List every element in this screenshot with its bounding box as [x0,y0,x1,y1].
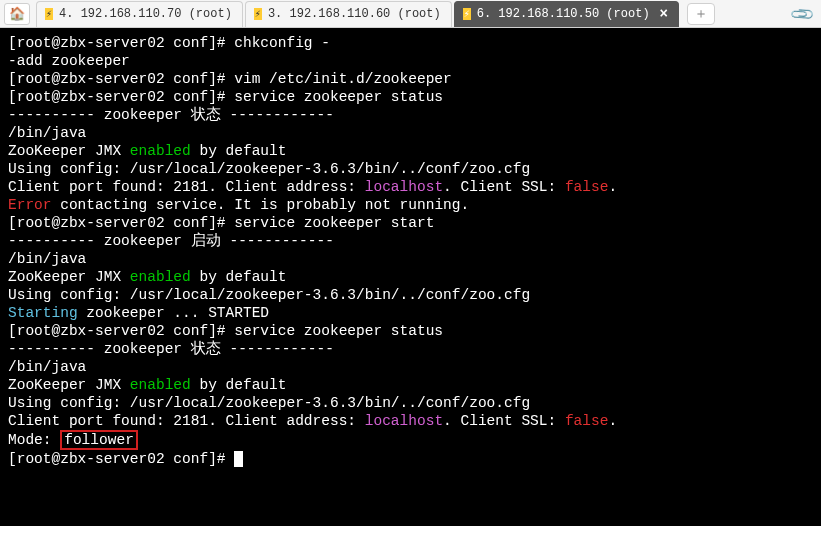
terminal-line: ZooKeeper JMX enabled by default [8,268,813,286]
terminal-line: [root@zbx-server02 conf]# service zookee… [8,214,813,232]
terminal-line: Client port found: 2181. Client address:… [8,178,813,196]
terminal-line: [root@zbx-server02 conf]# vim /etc/init.… [8,70,813,88]
terminal-text: localhost [365,413,443,429]
terminal-text: Mode: [8,432,60,448]
tab-session-2[interactable]: ⚡6. 192.168.110.50 (root)× [454,1,679,27]
plus-icon: ＋ [694,5,708,23]
terminal-text: Client port found: 2181. Client address: [8,413,365,429]
new-tab-button[interactable]: ＋ [687,3,715,25]
terminal-output[interactable]: [root@zbx-server02 conf]# chkconfig --ad… [0,28,821,526]
terminal-line: ---------- zookeeper 状态 ------------ [8,106,813,124]
lightning-icon: ⚡ [45,8,53,20]
terminal-text: -add zookeeper [8,53,130,69]
terminal-text: false [565,413,609,429]
terminal-line: Using config: /usr/local/zookeeper-3.6.3… [8,286,813,304]
home-button[interactable]: 🏠 [4,3,30,25]
terminal-text: by default [191,143,287,159]
tab-session-1[interactable]: ⚡3. 192.168.110.60 (root) [245,1,452,27]
terminal-text: [root@zbx-server02 conf]# service zookee… [8,323,443,339]
attach-icon[interactable]: 📎 [789,0,817,28]
terminal-text: ---------- zookeeper 状态 ------------ [8,107,334,123]
terminal-text: . Client SSL: [443,413,565,429]
terminal-text: Client port found: 2181. Client address: [8,179,365,195]
tab-label: 6. 192.168.110.50 (root) [477,7,650,21]
terminal-text: Using config: /usr/local/zookeeper-3.6.3… [8,287,530,303]
terminal-text: Starting [8,305,78,321]
terminal-line: Using config: /usr/local/zookeeper-3.6.3… [8,160,813,178]
terminal-line: /bin/java [8,358,813,376]
terminal-text: Error [8,197,52,213]
terminal-text: ZooKeeper JMX [8,143,130,159]
terminal-text: by default [191,377,287,393]
terminal-text: Using config: /usr/local/zookeeper-3.6.3… [8,395,530,411]
terminal-text: localhost [365,179,443,195]
terminal-text: /bin/java [8,359,86,375]
terminal-text: . Client SSL: [443,179,565,195]
terminal-text: Using config: /usr/local/zookeeper-3.6.3… [8,161,530,177]
terminal-line: ZooKeeper JMX enabled by default [8,142,813,160]
terminal-text: false [565,179,609,195]
terminal-line: /bin/java [8,124,813,142]
terminal-text: [root@zbx-server02 conf]# [8,451,234,467]
home-icon: 🏠 [9,6,25,22]
terminal-text: follower [60,430,138,450]
terminal-line: ---------- zookeeper 启动 ------------ [8,232,813,250]
terminal-line: -add zookeeper [8,52,813,70]
terminal-text: by default [191,269,287,285]
terminal-line: Client port found: 2181. Client address:… [8,412,813,430]
lightning-icon: ⚡ [463,8,471,20]
terminal-text: /bin/java [8,125,86,141]
terminal-line: ---------- zookeeper 状态 ------------ [8,340,813,358]
tab-label: 3. 192.168.110.60 (root) [268,7,441,21]
tab-bar: 🏠 ⚡4. 192.168.110.70 (root)⚡3. 192.168.1… [0,0,821,28]
terminal-line: /bin/java [8,250,813,268]
terminal-cursor [234,451,243,467]
terminal-line: [root@zbx-server02 conf]# [8,450,813,468]
terminal-text: ZooKeeper JMX [8,377,130,393]
terminal-text: zookeeper ... STARTED [78,305,269,321]
terminal-line: Using config: /usr/local/zookeeper-3.6.3… [8,394,813,412]
terminal-text: ---------- zookeeper 状态 ------------ [8,341,334,357]
terminal-text: . [608,413,617,429]
terminal-text: [root@zbx-server02 conf]# vim /etc/init.… [8,71,452,87]
terminal-text: ZooKeeper JMX [8,269,130,285]
terminal-text: [root@zbx-server02 conf]# service zookee… [8,89,443,105]
tab-label: 4. 192.168.110.70 (root) [59,7,232,21]
terminal-line: Starting zookeeper ... STARTED [8,304,813,322]
terminal-text: enabled [130,143,191,159]
terminal-line: Mode: follower [8,430,813,450]
terminal-line: [root@zbx-server02 conf]# chkconfig - [8,34,813,52]
terminal-text: [root@zbx-server02 conf]# chkconfig - [8,35,330,51]
tab-session-0[interactable]: ⚡4. 192.168.110.70 (root) [36,1,243,27]
terminal-text: ---------- zookeeper 启动 ------------ [8,233,334,249]
terminal-text: . [608,179,617,195]
close-icon[interactable]: × [660,6,668,22]
terminal-text: contacting service. It is probably not r… [52,197,470,213]
terminal-line: Error contacting service. It is probably… [8,196,813,214]
terminal-text: [root@zbx-server02 conf]# service zookee… [8,215,434,231]
lightning-icon: ⚡ [254,8,262,20]
terminal-text: /bin/java [8,251,86,267]
terminal-text: enabled [130,269,191,285]
terminal-line: [root@zbx-server02 conf]# service zookee… [8,88,813,106]
terminal-line: ZooKeeper JMX enabled by default [8,376,813,394]
footer-bar [0,526,821,541]
terminal-line: [root@zbx-server02 conf]# service zookee… [8,322,813,340]
terminal-text: enabled [130,377,191,393]
